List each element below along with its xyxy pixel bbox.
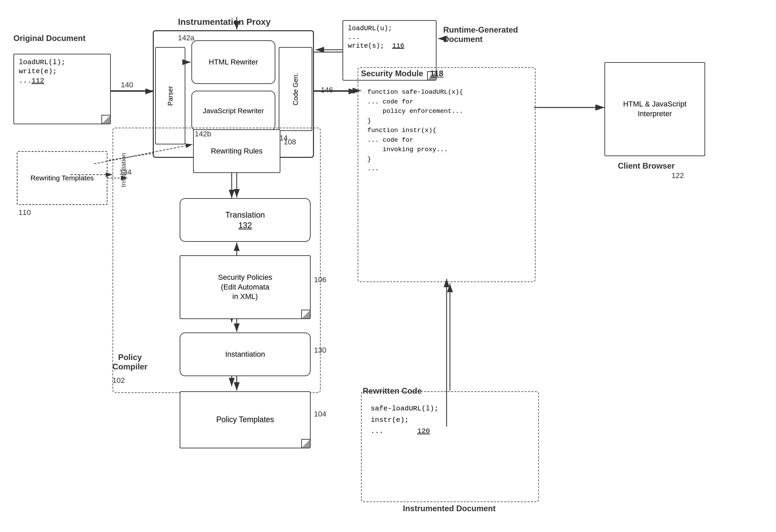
security-policies-id: 106 (314, 275, 326, 284)
original-doc-id: 112 (32, 77, 44, 85)
runtime-doc-code: loadURL(u); ... write(s); (348, 25, 392, 50)
rewriting-templates-box: Rewriting Templates (17, 151, 107, 205)
rewriting-templates-id: 110 (18, 208, 31, 217)
policy-compiler-label: PolicyCompiler (112, 353, 147, 371)
translation-id: 132 (238, 221, 252, 230)
instantiation-lower-box: Instantiation (180, 332, 311, 376)
instrumented-doc-label: Instrumented Document (403, 504, 496, 513)
security-policies-box: Security Policies (Edit Automata in XML) (180, 255, 311, 319)
ref-142b: 142b (195, 130, 211, 138)
policy-templates-box: Policy Templates (180, 391, 311, 448)
runtime-doc-label: Runtime-GeneratedDocument (443, 25, 518, 44)
translation-box: Translation 132 (180, 198, 311, 242)
runtime-doc-id: 116 (392, 42, 404, 50)
rewritten-code-label: Rewritten Code (363, 386, 422, 396)
security-module-code: function safe-loadURL(x){ ... code for p… (363, 84, 531, 272)
security-module-id: 118 (430, 69, 443, 78)
security-module-label: Security Module 118 (361, 69, 443, 78)
instrumentation-proxy-label: Instrumentation Proxy (178, 17, 271, 27)
js-rewriter-box: JavaScript Rewriter (191, 91, 275, 131)
original-document-box: loadURL(l); write(e); ...112 (13, 54, 111, 124)
instantiation-lower-id: 130 (314, 346, 326, 355)
client-browser-id: 122 (672, 171, 684, 180)
ref-140: 140 (121, 81, 133, 89)
html-rewriter-box: HTML Rewriter (191, 40, 275, 84)
diagram: loadURL(l); write(e); ...112 Original Do… (0, 0, 776, 532)
instantiation-side-label: Instantiation (120, 153, 127, 187)
code-gen-box: Code Gen. (279, 47, 312, 131)
client-browser-label: Client Browser (618, 161, 675, 171)
rewriting-rules-id: 108 (284, 138, 296, 146)
ref-146: 146 (321, 86, 333, 94)
rewritten-code-content: safe-loadURL(l); instr(e); ... 120 (366, 400, 443, 440)
html-js-interpreter-box: HTML & JavaScript Interpreter (604, 62, 705, 156)
ref-142a: 142a (178, 34, 194, 42)
original-document-label: Original Document (13, 34, 97, 43)
policy-templates-id: 104 (314, 410, 326, 418)
policy-compiler-id: 102 (112, 376, 125, 385)
